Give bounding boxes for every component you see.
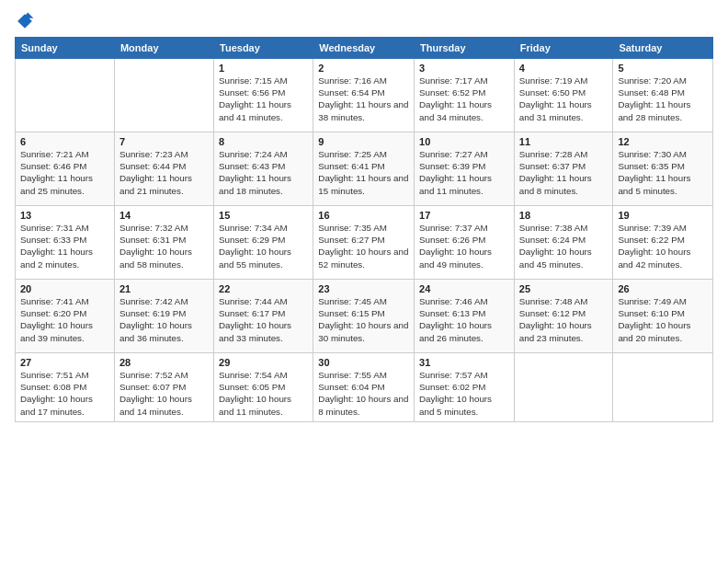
calendar-week-row: 27Sunrise: 7:51 AM Sunset: 6:08 PM Dayli… [16,353,713,422]
day-number: 27 [20,357,109,368]
day-number: 9 [318,136,409,147]
day-number: 2 [318,63,409,74]
calendar-cell: 17Sunrise: 7:37 AM Sunset: 6:26 PM Dayli… [415,206,515,280]
weekday-header: Friday [514,38,613,59]
day-detail: Sunrise: 7:17 AM Sunset: 6:52 PM Dayligh… [419,75,509,123]
day-number: 28 [119,357,209,368]
day-number: 30 [318,357,409,368]
day-number: 17 [419,210,509,221]
calendar-cell: 5Sunrise: 7:20 AM Sunset: 6:48 PM Daylig… [613,59,713,132]
day-detail: Sunrise: 7:51 AM Sunset: 6:08 PM Dayligh… [20,369,109,418]
weekday-header: Saturday [613,38,713,59]
day-detail: Sunrise: 7:41 AM Sunset: 6:20 PM Dayligh… [20,295,109,344]
weekday-header: Monday [114,38,213,59]
day-detail: Sunrise: 7:19 AM Sunset: 6:50 PM Dayligh… [519,75,609,123]
calendar-cell: 21Sunrise: 7:42 AM Sunset: 6:19 PM Dayli… [114,280,213,353]
day-number: 3 [419,63,509,74]
day-number: 5 [618,63,708,74]
page: SundayMondayTuesdayWednesdayThursdayFrid… [0,0,728,430]
calendar-cell: 25Sunrise: 7:48 AM Sunset: 6:12 PM Dayli… [514,280,613,353]
calendar-cell: 29Sunrise: 7:54 AM Sunset: 6:05 PM Dayli… [214,353,313,422]
day-number: 26 [618,283,708,294]
calendar-cell: 14Sunrise: 7:32 AM Sunset: 6:31 PM Dayli… [114,206,213,280]
calendar-cell [16,59,115,132]
calendar-cell: 24Sunrise: 7:46 AM Sunset: 6:13 PM Dayli… [415,280,515,353]
calendar-cell: 15Sunrise: 7:34 AM Sunset: 6:29 PM Dayli… [214,206,313,280]
day-number: 8 [219,136,308,147]
calendar-cell: 26Sunrise: 7:49 AM Sunset: 6:10 PM Dayli… [613,280,713,353]
calendar-cell: 19Sunrise: 7:39 AM Sunset: 6:22 PM Dayli… [613,206,713,280]
day-number: 4 [519,63,609,74]
header [15,11,713,31]
calendar-cell: 7Sunrise: 7:23 AM Sunset: 6:44 PM Daylig… [114,132,213,206]
calendar-cell: 1Sunrise: 7:15 AM Sunset: 6:56 PM Daylig… [214,59,313,132]
day-detail: Sunrise: 7:30 AM Sunset: 6:35 PM Dayligh… [618,148,708,197]
day-detail: Sunrise: 7:28 AM Sunset: 6:37 PM Dayligh… [519,148,609,197]
calendar-cell [613,353,713,422]
day-number: 7 [119,136,209,147]
day-detail: Sunrise: 7:39 AM Sunset: 6:22 PM Dayligh… [618,222,708,270]
day-detail: Sunrise: 7:54 AM Sunset: 6:05 PM Dayligh… [219,369,308,418]
day-detail: Sunrise: 7:32 AM Sunset: 6:31 PM Dayligh… [119,222,209,270]
calendar-cell: 4Sunrise: 7:19 AM Sunset: 6:50 PM Daylig… [514,59,613,132]
weekday-header: Tuesday [214,38,313,59]
calendar-cell: 6Sunrise: 7:21 AM Sunset: 6:46 PM Daylig… [16,132,115,206]
calendar-week-row: 1Sunrise: 7:15 AM Sunset: 6:56 PM Daylig… [16,59,713,132]
calendar-cell: 13Sunrise: 7:31 AM Sunset: 6:33 PM Dayli… [16,206,115,280]
day-detail: Sunrise: 7:21 AM Sunset: 6:46 PM Dayligh… [20,148,109,197]
weekday-header: Wednesday [313,38,415,59]
calendar-cell: 27Sunrise: 7:51 AM Sunset: 6:08 PM Dayli… [16,353,115,422]
calendar-cell: 12Sunrise: 7:30 AM Sunset: 6:35 PM Dayli… [613,132,713,206]
day-detail: Sunrise: 7:55 AM Sunset: 6:04 PM Dayligh… [318,369,409,418]
day-number: 23 [318,283,409,294]
day-detail: Sunrise: 7:31 AM Sunset: 6:33 PM Dayligh… [20,222,109,270]
calendar-week-row: 6Sunrise: 7:21 AM Sunset: 6:46 PM Daylig… [16,132,713,206]
calendar-cell: 22Sunrise: 7:44 AM Sunset: 6:17 PM Dayli… [214,280,313,353]
day-number: 1 [219,63,308,74]
day-detail: Sunrise: 7:27 AM Sunset: 6:39 PM Dayligh… [419,148,509,197]
calendar-cell [514,353,613,422]
calendar-week-row: 20Sunrise: 7:41 AM Sunset: 6:20 PM Dayli… [16,280,713,353]
day-number: 22 [219,283,308,294]
logo-icon [15,11,35,31]
day-number: 10 [419,136,509,147]
day-number: 31 [419,357,509,368]
calendar-cell: 9Sunrise: 7:25 AM Sunset: 6:41 PM Daylig… [313,132,415,206]
day-detail: Sunrise: 7:46 AM Sunset: 6:13 PM Dayligh… [419,295,509,344]
day-number: 15 [219,210,308,221]
calendar-header-row: SundayMondayTuesdayWednesdayThursdayFrid… [16,38,713,59]
day-detail: Sunrise: 7:52 AM Sunset: 6:07 PM Dayligh… [119,369,209,418]
day-number: 11 [519,136,609,147]
day-number: 13 [20,210,109,221]
day-number: 21 [119,283,209,294]
day-detail: Sunrise: 7:24 AM Sunset: 6:43 PM Dayligh… [219,148,308,197]
day-detail: Sunrise: 7:20 AM Sunset: 6:48 PM Dayligh… [618,75,708,123]
day-number: 25 [519,283,609,294]
day-detail: Sunrise: 7:44 AM Sunset: 6:17 PM Dayligh… [219,295,308,344]
calendar-cell: 3Sunrise: 7:17 AM Sunset: 6:52 PM Daylig… [415,59,515,132]
calendar-cell: 31Sunrise: 7:57 AM Sunset: 6:02 PM Dayli… [415,353,515,422]
calendar-cell: 10Sunrise: 7:27 AM Sunset: 6:39 PM Dayli… [415,132,515,206]
day-detail: Sunrise: 7:34 AM Sunset: 6:29 PM Dayligh… [219,222,308,270]
day-number: 24 [419,283,509,294]
day-number: 29 [219,357,308,368]
calendar-cell: 16Sunrise: 7:35 AM Sunset: 6:27 PM Dayli… [313,206,415,280]
calendar-cell: 8Sunrise: 7:24 AM Sunset: 6:43 PM Daylig… [214,132,313,206]
calendar-cell: 2Sunrise: 7:16 AM Sunset: 6:54 PM Daylig… [313,59,415,132]
weekday-header: Sunday [16,38,115,59]
day-detail: Sunrise: 7:49 AM Sunset: 6:10 PM Dayligh… [618,295,708,344]
day-detail: Sunrise: 7:42 AM Sunset: 6:19 PM Dayligh… [119,295,209,344]
day-number: 14 [119,210,209,221]
day-detail: Sunrise: 7:25 AM Sunset: 6:41 PM Dayligh… [318,148,409,197]
day-detail: Sunrise: 7:16 AM Sunset: 6:54 PM Dayligh… [318,75,409,123]
calendar-week-row: 13Sunrise: 7:31 AM Sunset: 6:33 PM Dayli… [16,206,713,280]
weekday-header: Thursday [415,38,515,59]
calendar-cell: 20Sunrise: 7:41 AM Sunset: 6:20 PM Dayli… [16,280,115,353]
day-detail: Sunrise: 7:23 AM Sunset: 6:44 PM Dayligh… [119,148,209,197]
day-detail: Sunrise: 7:37 AM Sunset: 6:26 PM Dayligh… [419,222,509,270]
day-number: 12 [618,136,708,147]
logo [15,11,39,31]
day-number: 19 [618,210,708,221]
calendar-cell: 28Sunrise: 7:52 AM Sunset: 6:07 PM Dayli… [114,353,213,422]
day-number: 18 [519,210,609,221]
